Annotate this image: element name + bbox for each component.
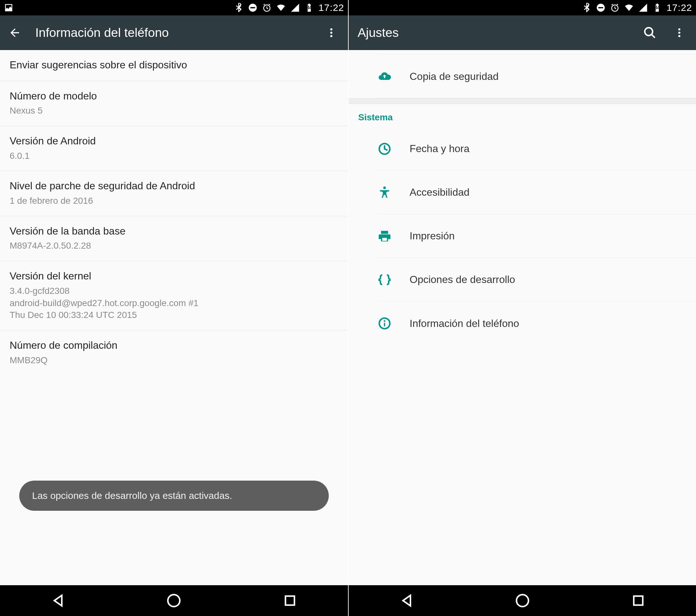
svg-point-5 bbox=[330, 32, 333, 34]
row-title: Versión de Android bbox=[10, 135, 338, 148]
info-icon bbox=[378, 316, 408, 330]
svg-rect-22 bbox=[384, 323, 385, 326]
row-subtitle: 6.0.1 bbox=[10, 150, 338, 162]
row-accessibility[interactable]: Accesibilidad bbox=[378, 171, 696, 214]
row-kernel-version[interactable]: Versión del kernel 3.4.0-gcfd2308 androi… bbox=[0, 261, 348, 330]
battery-icon: 84 bbox=[652, 3, 662, 13]
svg-rect-10 bbox=[598, 7, 603, 8]
status-bar: 84 17:22 bbox=[0, 0, 348, 15]
row-baseband-version[interactable]: Versión de la banda base M8974A-2.0.50.2… bbox=[0, 216, 348, 261]
row-label: Fecha y hora bbox=[410, 143, 470, 155]
toast-message: Las opciones de desarrollo ya están acti… bbox=[19, 480, 329, 511]
bluetooth-icon bbox=[234, 3, 243, 13]
row-subtitle: M8974A-2.0.50.2.28 bbox=[10, 240, 338, 252]
signal-icon bbox=[290, 3, 300, 13]
navigation-bar bbox=[349, 585, 696, 616]
svg-point-15 bbox=[678, 32, 681, 34]
svg-rect-1 bbox=[250, 7, 255, 8]
row-model-number[interactable]: Número de modelo Nexus 5 bbox=[0, 81, 348, 126]
svg-point-4 bbox=[330, 28, 333, 31]
status-bar: 84 17:22 bbox=[349, 0, 696, 15]
settings-list: Copia de seguridad Sistema Fecha y hora … bbox=[349, 50, 696, 585]
row-developer-options[interactable]: Opciones de desarrollo bbox=[378, 258, 696, 302]
svg-point-14 bbox=[678, 28, 681, 31]
phone-right: 84 17:22 Ajustes Copia de seguridad Sist… bbox=[348, 0, 696, 616]
row-subtitle: MMB29Q bbox=[10, 354, 338, 366]
wifi-icon bbox=[276, 3, 286, 13]
app-bar: Información del teléfono bbox=[0, 15, 348, 50]
section-divider bbox=[349, 98, 696, 104]
row-subtitle: Nexus 5 bbox=[10, 105, 338, 117]
appbar-title: Ajustes bbox=[358, 26, 629, 40]
row-title: Número de modelo bbox=[10, 90, 338, 103]
nav-back-button[interactable] bbox=[398, 591, 416, 610]
row-android-version[interactable]: Versión de Android 6.0.1 bbox=[0, 126, 348, 171]
svg-rect-8 bbox=[285, 596, 295, 605]
row-label: Información del teléfono bbox=[410, 318, 519, 330]
svg-point-21 bbox=[384, 320, 385, 322]
image-icon bbox=[4, 3, 14, 13]
row-security-patch[interactable]: Nivel de parche de seguridad de Android … bbox=[0, 171, 348, 216]
section-header-sistema: Sistema bbox=[349, 104, 696, 127]
bluetooth-icon bbox=[582, 3, 591, 13]
phone-info-list: Enviar sugerencias sobre el dispositivo … bbox=[0, 50, 348, 585]
cloud-upload-icon bbox=[378, 69, 408, 83]
svg-point-18 bbox=[383, 186, 386, 189]
accessibility-icon bbox=[378, 186, 408, 200]
row-send-feedback[interactable]: Enviar sugerencias sobre el dispositivo bbox=[0, 50, 348, 81]
row-phone-info[interactable]: Información del teléfono bbox=[378, 302, 696, 345]
nav-home-button[interactable] bbox=[513, 591, 532, 610]
back-button[interactable] bbox=[6, 24, 24, 42]
row-subtitle: 3.4.0-gcfd2308 android-build@wped27.hot.… bbox=[10, 285, 338, 321]
braces-icon bbox=[378, 273, 408, 287]
row-label: Accesibilidad bbox=[410, 186, 470, 198]
row-backup[interactable]: Copia de seguridad bbox=[378, 54, 696, 98]
appbar-title: Información del teléfono bbox=[35, 26, 311, 40]
svg-point-23 bbox=[517, 595, 528, 606]
svg-point-6 bbox=[330, 35, 333, 37]
signal-icon bbox=[638, 3, 648, 13]
svg-rect-19 bbox=[382, 238, 387, 241]
row-label: Opciones de desarrollo bbox=[410, 274, 515, 286]
row-print[interactable]: Impresión bbox=[378, 214, 696, 258]
row-subtitle: 1 de febrero de 2016 bbox=[10, 195, 338, 207]
row-label: Impresión bbox=[410, 230, 455, 242]
nav-home-button[interactable] bbox=[165, 591, 183, 610]
dnd-icon bbox=[248, 3, 257, 13]
battery-icon: 84 bbox=[304, 3, 314, 13]
search-button[interactable] bbox=[641, 24, 659, 42]
clock-icon bbox=[378, 142, 408, 156]
row-title: Enviar sugerencias sobre el dispositivo bbox=[10, 58, 338, 72]
phone-left: 84 17:22 Información del teléfono Enviar… bbox=[0, 0, 348, 616]
battery-level: 84 bbox=[306, 5, 312, 11]
row-date-time[interactable]: Fecha y hora bbox=[378, 127, 696, 171]
overflow-menu-button[interactable] bbox=[322, 24, 340, 42]
svg-rect-24 bbox=[634, 596, 643, 605]
row-title: Versión del kernel bbox=[10, 269, 338, 283]
navigation-bar bbox=[0, 585, 348, 616]
status-time: 17:22 bbox=[318, 2, 344, 13]
row-title: Versión de la banda base bbox=[10, 225, 338, 238]
app-bar: Ajustes bbox=[349, 15, 696, 50]
nav-recents-button[interactable] bbox=[629, 591, 647, 610]
svg-point-16 bbox=[678, 35, 681, 37]
row-label: Copia de seguridad bbox=[410, 70, 499, 82]
overflow-menu-button[interactable] bbox=[670, 24, 688, 42]
print-icon bbox=[378, 229, 408, 243]
dnd-icon bbox=[596, 3, 605, 13]
wifi-icon bbox=[624, 3, 634, 13]
row-build-number[interactable]: Número de compilación MMB29Q bbox=[0, 330, 348, 375]
alarm-icon bbox=[610, 3, 620, 13]
alarm-icon bbox=[262, 3, 272, 13]
row-title: Nivel de parche de seguridad de Android bbox=[10, 179, 338, 193]
battery-level: 84 bbox=[654, 5, 660, 11]
nav-recents-button[interactable] bbox=[281, 591, 299, 610]
svg-point-7 bbox=[168, 595, 180, 606]
status-time: 17:22 bbox=[666, 2, 692, 13]
svg-point-13 bbox=[645, 28, 653, 36]
row-title: Número de compilación bbox=[10, 339, 338, 352]
nav-back-button[interactable] bbox=[49, 591, 67, 610]
